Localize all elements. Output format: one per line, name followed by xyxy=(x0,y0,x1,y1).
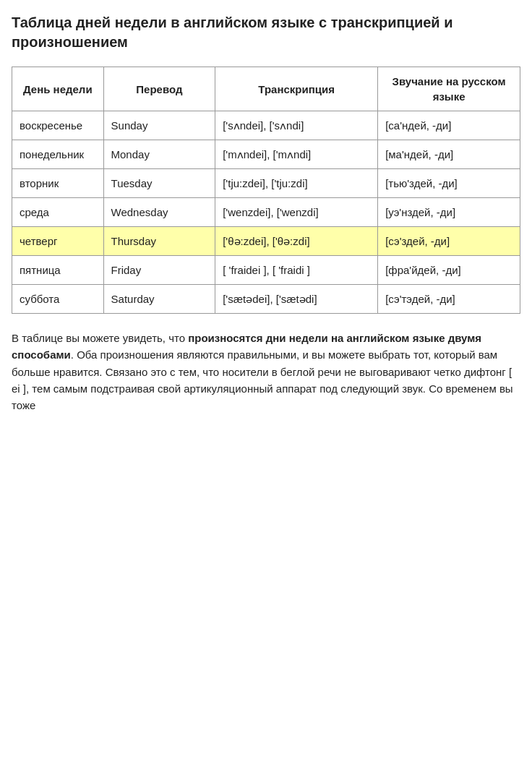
table-row: субботаSaturday['sætədei], ['sætədi][сэ'… xyxy=(12,285,520,314)
cell-transcription: [ 'fraidei ], [ 'fraidi ] xyxy=(215,256,378,285)
cell-sound: [ма'ндей, -ди] xyxy=(378,140,520,169)
header-sound: Звучание на русском языке xyxy=(378,67,520,111)
header-translation: Перевод xyxy=(103,67,215,111)
page-title: Таблица дней недели в английском языке с… xyxy=(12,13,520,52)
cell-transcription: ['tju:zdei], ['tju:zdi] xyxy=(215,169,378,198)
days-table: День недели Перевод Транскрипция Звучани… xyxy=(12,67,520,314)
cell-translation: Sunday xyxy=(103,111,215,140)
cell-translation: Saturday xyxy=(103,285,215,314)
table-row: вторникTuesday['tju:zdei], ['tju:zdi][ть… xyxy=(12,169,520,198)
cell-sound: [сэ'здей, -ди] xyxy=(378,227,520,256)
cell-transcription: ['θə:zdei], ['θə:zdi] xyxy=(215,227,378,256)
cell-day: вторник xyxy=(12,169,104,198)
cell-transcription: ['mʌndei], ['mʌndi] xyxy=(215,140,378,169)
table-row: понедельникMonday['mʌndei], ['mʌndi][ма'… xyxy=(12,140,520,169)
header-transcription: Транскрипция xyxy=(215,67,378,111)
cell-day: воскресенье xyxy=(12,111,104,140)
cell-sound: [са'ндей, -ди] xyxy=(378,111,520,140)
cell-translation: Wednesday xyxy=(103,198,215,227)
cell-transcription: ['sʌndei], ['sʌndi] xyxy=(215,111,378,140)
table-row: воскресеньеSunday['sʌndei], ['sʌndi][са'… xyxy=(12,111,520,140)
description-paragraph: В таблице вы можете увидеть, что произно… xyxy=(12,330,520,414)
cell-sound: [уэ'нздей, -ди] xyxy=(378,198,520,227)
cell-translation: Tuesday xyxy=(103,169,215,198)
cell-day: суббота xyxy=(12,285,104,314)
table-row: средаWednesday['wenzdei], ['wenzdi][уэ'н… xyxy=(12,198,520,227)
paragraph-before: В таблице вы можете увидеть, что xyxy=(12,332,188,344)
cell-transcription: ['wenzdei], ['wenzdi] xyxy=(215,198,378,227)
cell-translation: Monday xyxy=(103,140,215,169)
cell-day: пятница xyxy=(12,256,104,285)
cell-day: понедельник xyxy=(12,140,104,169)
cell-transcription: ['sætədei], ['sætədi] xyxy=(215,285,378,314)
paragraph-after: . Оба произношения являются правильными,… xyxy=(12,348,513,411)
cell-translation: Thursday xyxy=(103,227,215,256)
header-day: День недели xyxy=(12,67,104,111)
cell-translation: Friday xyxy=(103,256,215,285)
table-row: пятницаFriday[ 'fraidei ], [ 'fraidi ][ф… xyxy=(12,256,520,285)
cell-sound: [фра'йдей, -ди] xyxy=(378,256,520,285)
cell-sound: [сэ'тэдей, -ди] xyxy=(378,285,520,314)
cell-sound: [тью'здей, -ди] xyxy=(378,169,520,198)
cell-day: среда xyxy=(12,198,104,227)
cell-day: четверг xyxy=(12,227,104,256)
table-row: четвергThursday['θə:zdei], ['θə:zdi][сэ'… xyxy=(12,227,520,256)
